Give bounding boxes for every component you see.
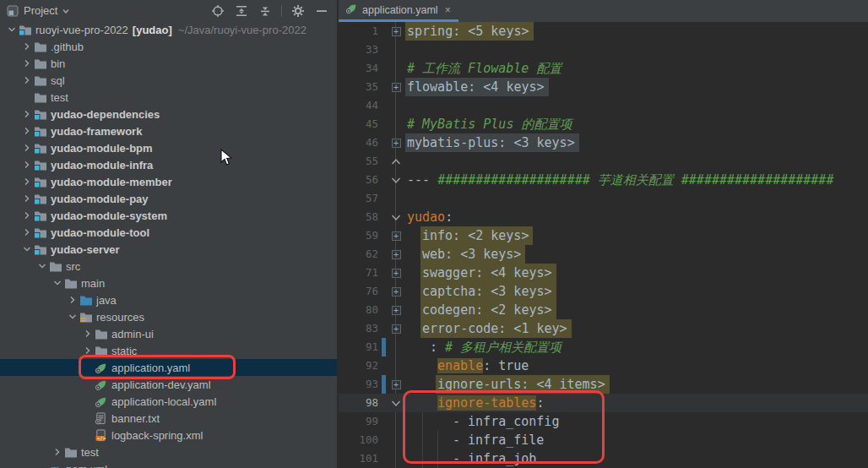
chevron-right-icon[interactable]	[20, 143, 34, 153]
fold-expand-marker[interactable]: +	[389, 301, 403, 319]
chevron-right-icon[interactable]	[20, 126, 34, 136]
locate-icon[interactable]	[211, 4, 225, 18]
fold-expand-icon[interactable]: +	[392, 27, 401, 36]
chevron-right-icon[interactable]	[20, 177, 34, 187]
fold-expand-marker[interactable]: +	[389, 319, 403, 338]
chevron-down-icon[interactable]	[35, 261, 49, 271]
editor-line-71[interactable]: 71+swagger: <4 keys>	[339, 264, 868, 282]
editor-line-101[interactable]: 101- infra_job	[339, 449, 868, 468]
code-editor[interactable]: 1+spring: <5 keys>3334# 工作流 Flowable 配置3…	[339, 22, 868, 468]
tree-item-yudao-server[interactable]: yudao-server	[0, 241, 337, 258]
expand-all-icon[interactable]	[235, 4, 248, 18]
editor-line-1[interactable]: 1+spring: <5 keys>	[339, 22, 868, 41]
editor-line-83[interactable]: 83+error-code: <1 key>	[339, 319, 868, 338]
chevron-right-icon[interactable]	[81, 346, 95, 356]
fold-expand-icon[interactable]: +	[392, 269, 401, 278]
tree-item-yudao-module-pay[interactable]: yudao-module-pay	[0, 190, 337, 207]
panel-title[interactable]: Project	[24, 4, 57, 17]
fold-expand-icon[interactable]: +	[392, 324, 401, 334]
editor-line-62[interactable]: 62+web: <3 keys>	[339, 245, 868, 264]
fold-expand-marker[interactable]: +	[389, 226, 403, 245]
fold-expand-icon[interactable]: +	[392, 139, 401, 148]
tree-item-pom.xml[interactable]: mpom.xml	[0, 460, 337, 468]
tree-item-application.yaml[interactable]: application.yaml	[0, 359, 337, 376]
fold-expand-marker[interactable]: +	[389, 78, 403, 96]
editor-line-57[interactable]: 57	[339, 189, 868, 208]
tree-item-resources[interactable]: resources	[0, 308, 337, 325]
fold-expand-icon[interactable]: +	[392, 250, 401, 259]
editor-line-35[interactable]: 35+flowable: <4 keys>	[339, 78, 868, 96]
fold-open-marker[interactable]	[389, 208, 403, 226]
tree-item-ruoyi-vue-pro-2022[interactable]: ruoyi-vue-pro-2022[yudao]~/Java/ruoyi-vu…	[0, 21, 337, 38]
editor-line-93[interactable]: 93+ignore-urls: <4 items>	[339, 375, 868, 394]
chevron-right-icon[interactable]	[20, 41, 34, 52]
fold-open-marker[interactable]	[389, 171, 403, 189]
chevron-right-icon[interactable]	[20, 227, 34, 237]
fold-expand-marker[interactable]: +	[389, 22, 403, 41]
fold-expand-marker[interactable]: +	[389, 264, 403, 282]
editor-line-45[interactable]: 45# MyBatis Plus 的配置项	[339, 115, 868, 133]
tree-item-application-dev.yaml[interactable]: application-dev.yaml	[0, 376, 337, 393]
fold-expand-marker[interactable]: +	[389, 282, 403, 301]
editor-line-80[interactable]: 80+codegen: <2 keys>	[339, 301, 868, 319]
collapse-all-icon[interactable]	[258, 4, 272, 18]
fold-open-marker[interactable]	[389, 394, 403, 412]
fold-expand-icon[interactable]: +	[392, 306, 401, 315]
editor-line-91[interactable]: 91: # 多租户相关配置项	[339, 338, 868, 356]
fold-expand-icon[interactable]: +	[392, 83, 401, 92]
tree-item-admin-ui[interactable]: admin-ui	[0, 325, 337, 342]
editor-line-59[interactable]: 59+info: <2 keys>	[339, 226, 868, 245]
fold-expand-marker[interactable]: +	[389, 375, 403, 394]
settings-icon[interactable]	[291, 4, 305, 18]
close-tab-icon[interactable]: ×	[445, 4, 451, 16]
editor-line-76[interactable]: 76+captcha: <3 keys>	[339, 282, 868, 301]
chevron-down-icon[interactable]	[20, 244, 34, 254]
tree-item-yudao-module-infra[interactable]: yudao-module-infra	[0, 156, 337, 173]
tree-item-yudao-module-member[interactable]: yudao-module-member	[0, 173, 337, 190]
tree-item-yudao-module-system[interactable]: yudao-module-system	[0, 207, 337, 224]
tree-item-main[interactable]: main	[0, 275, 337, 291]
editor-line-55[interactable]: 55	[339, 152, 868, 171]
chevron-down-icon[interactable]	[66, 312, 79, 322]
tree-item-logback-spring.xml[interactable]: </>logback-spring.xml	[0, 427, 337, 444]
fold-expand-icon[interactable]: +	[392, 231, 401, 241]
tree-item-application-local.yaml[interactable]: application-local.yaml	[0, 393, 337, 410]
editor-line-58[interactable]: 58yudao:	[339, 208, 868, 226]
fold-end-marker[interactable]	[389, 152, 403, 171]
editor-line-46[interactable]: 46+mybatis-plus: <3 keys>	[339, 133, 868, 152]
fold-expand-icon[interactable]: +	[392, 287, 401, 297]
tree-item-test[interactable]: test	[0, 89, 337, 106]
editor-line-56[interactable]: 56--- #################### 芋道相关配置 ######…	[339, 171, 868, 189]
chevron-right-icon[interactable]	[51, 447, 64, 457]
editor-line-33[interactable]: 33	[339, 41, 868, 59]
chevron-right-icon[interactable]	[20, 75, 34, 85]
editor-line-98[interactable]: 98ignore-tables:	[339, 394, 868, 412]
chevron-down-icon[interactable]	[51, 278, 64, 288]
tree-item-java[interactable]: java	[0, 291, 337, 308]
tree-item-yudao-module-tool[interactable]: yudao-module-tool	[0, 224, 337, 241]
panel-title-dropdown-icon[interactable]	[62, 7, 70, 15]
chevron-right-icon[interactable]	[20, 58, 34, 68]
fold-expand-icon[interactable]: +	[392, 380, 401, 389]
editor-line-92[interactable]: 92enable: true	[339, 356, 868, 375]
tree-item-yudao-framework[interactable]: yudao-framework	[0, 122, 337, 139]
tree-item-sql[interactable]: sql	[0, 72, 337, 89]
editor-line-100[interactable]: 100- infra_file	[339, 431, 868, 449]
chevron-right-icon[interactable]	[20, 160, 34, 170]
chevron-right-icon[interactable]	[20, 193, 34, 204]
tree-item-banner.txt[interactable]: banner.txt	[0, 410, 337, 427]
tree-item-src[interactable]: src	[0, 258, 337, 275]
tree-item-yudao-dependencies[interactable]: yudao-dependencies	[0, 106, 337, 122]
editor-line-44[interactable]: 44	[339, 96, 868, 115]
chevron-right-icon[interactable]	[20, 210, 34, 220]
tree-item-static[interactable]: static	[0, 342, 337, 359]
tree-item-test[interactable]: test	[0, 444, 337, 460]
chevron-right-icon[interactable]	[66, 295, 79, 305]
chevron-right-icon[interactable]	[81, 329, 95, 339]
fold-expand-marker[interactable]: +	[389, 245, 403, 264]
chevron-down-icon[interactable]	[5, 24, 19, 35]
tree-item-bin[interactable]: bin	[0, 55, 337, 72]
chevron-right-icon[interactable]	[20, 109, 34, 119]
editor-line-99[interactable]: 99- infra_config	[339, 412, 868, 431]
tab-application-yaml[interactable]: application.yaml ×	[339, 0, 458, 22]
